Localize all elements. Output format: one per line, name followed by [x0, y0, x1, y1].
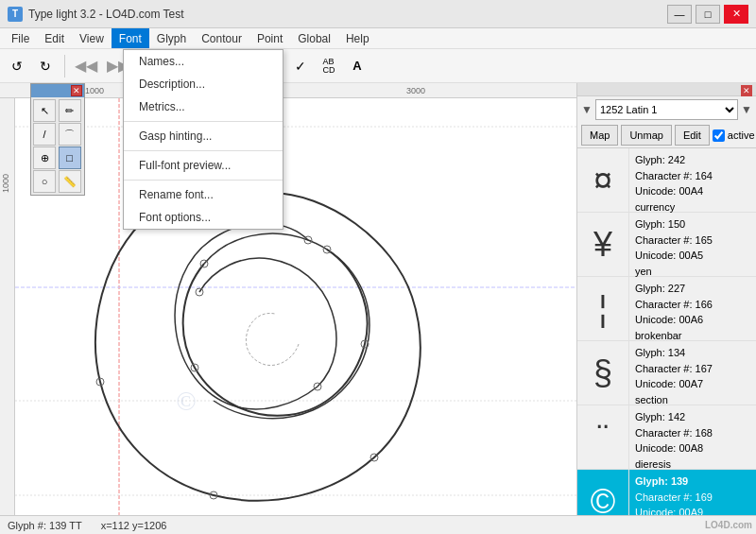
glyph-character: Character #: 165: [635, 233, 750, 249]
dropdown-arrow-right: ▼: [741, 103, 752, 116]
font-menu-metrics[interactable]: Metrics...: [124, 95, 283, 118]
floating-toolbox: ✕ ↖ ✏ / ⌒ ⊕ □ ○ 📏: [30, 83, 85, 196]
unmap-button[interactable]: Unmap: [621, 125, 671, 146]
panel-select-row: ▼ 1252 Latin 1 ▼: [577, 96, 756, 123]
coords-status: x=112 y=1206: [101, 520, 167, 531]
font-menu-options[interactable]: Font options...: [124, 206, 283, 229]
glyph-list-item[interactable]: ¥ Glyph: 150 Character #: 165 Unicode: 0…: [577, 213, 756, 277]
menu-glyph[interactable]: Glyph: [149, 28, 194, 48]
glyph-number: Glyph: 227: [635, 281, 750, 297]
glyph-character: Character #: 168: [635, 425, 750, 441]
glyph-unicode: Unicode: 00A6: [635, 312, 750, 328]
ruler-tick-3000: 3000: [406, 86, 425, 95]
panel-actions: Map Unmap Edit active: [577, 123, 756, 147]
window-controls[interactable]: — □ ✕: [667, 5, 748, 24]
watermark: LO4D.com: [705, 520, 752, 530]
glyph-character: Character #: 164: [635, 168, 750, 184]
ruler-tick-1000: 1000: [85, 86, 104, 95]
font-menu-preview[interactable]: Full-font preview...: [124, 154, 283, 177]
ruler-vertical: 1000: [0, 98, 15, 515]
floating-toolbox-title: ✕: [31, 84, 84, 97]
redo-button[interactable]: ↻: [32, 53, 59, 79]
map-button[interactable]: Map: [581, 125, 618, 146]
glyph-list-item[interactable]: § Glyph: 134 Character #: 167 Unicode: 0…: [577, 341, 756, 405]
pen-tool[interactable]: ✏: [59, 99, 81, 122]
dropdown-arrow-left: ▼: [581, 103, 593, 116]
right-panel-close[interactable]: ✕: [741, 85, 752, 96]
glyph-number: Glyph: 242: [635, 152, 750, 168]
minimize-button[interactable]: —: [667, 5, 692, 24]
menu-bar: File Edit View Font Glyph Contour Point …: [0, 28, 756, 49]
glyph-list-item[interactable]: ¨ Glyph: 142 Character #: 168 Unicode: 0…: [577, 405, 756, 470]
glyph-character: Character #: 169: [635, 490, 750, 506]
glyph-list-item[interactable]: ¤ Glyph: 242 Character #: 164 Unicode: 0…: [577, 148, 756, 213]
glyph-symbol: ¤: [577, 148, 629, 212]
glyph-symbol: ¦: [577, 277, 629, 340]
canvas-watermark: ©: [176, 387, 196, 416]
font-menu-gasp[interactable]: Gasp hinting...: [124, 125, 283, 147]
glyph-symbol: ¥: [577, 213, 629, 276]
menu-view[interactable]: View: [72, 28, 112, 48]
edit-button[interactable]: Edit: [675, 125, 710, 146]
active-checkbox-container: active: [713, 129, 755, 142]
curve-tool[interactable]: ⌒: [59, 123, 81, 146]
font-menu-sep-2: [124, 150, 283, 151]
font-menu-sep-3: [124, 180, 283, 181]
glyph-character: Character #: 166: [635, 297, 750, 313]
nav-prev-button[interactable]: ◀◀: [71, 55, 101, 77]
font-menu-description[interactable]: Description...: [124, 73, 283, 95]
glyph-list-item[interactable]: ¦ Glyph: 227 Character #: 166 Unicode: 0…: [577, 277, 756, 341]
add-point-tool[interactable]: ⊕: [33, 146, 56, 169]
glyph-unicode: Unicode: 00A9: [635, 505, 750, 515]
font-dropdown-menu: Names... Description... Metrics... Gasp …: [123, 49, 284, 230]
active-label: active: [728, 129, 755, 141]
line-tool[interactable]: /: [33, 123, 56, 146]
close-button[interactable]: ✕: [724, 5, 748, 24]
validate-button[interactable]: ✓: [287, 53, 314, 79]
menu-contour[interactable]: Contour: [194, 28, 249, 48]
active-checkbox[interactable]: [713, 129, 725, 142]
glyph-symbol: ©: [577, 470, 629, 515]
charset-dropdown[interactable]: 1252 Latin 1: [595, 99, 738, 120]
arrow-tool[interactable]: ↖: [33, 99, 56, 122]
window-title: Type light 3.2 - LO4D.com Test: [28, 8, 184, 21]
glyph-list-item[interactable]: © Glyph: 139 Character #: 169 Unicode: 0…: [577, 470, 756, 515]
maximize-button[interactable]: □: [696, 5, 720, 24]
canvas-area: 1000 2000 3000 1000: [0, 83, 576, 515]
toolbar: ↺ ↻ ◀◀ ▶▶ A 🔍 🔍- A ℹ ✓ ABCD A: [0, 49, 756, 83]
font-menu-sep-1: [124, 121, 283, 122]
charset-button[interactable]: ABCD: [316, 53, 342, 79]
metrics-button[interactable]: A: [344, 53, 370, 79]
glyph-number: Glyph: 139: [635, 474, 750, 490]
menu-file[interactable]: File: [4, 28, 37, 48]
floating-toolbox-close[interactable]: ✕: [71, 85, 82, 96]
font-menu-rename[interactable]: Rename font...: [124, 183, 283, 206]
glyph-list[interactable]: ¤ Glyph: 242 Character #: 164 Unicode: 0…: [577, 147, 756, 515]
main-area: ✕ ↖ ✏ / ⌒ ⊕ □ ○ 📏 1000 2000 3000 1000: [0, 83, 756, 515]
toolbar-separator: [64, 55, 65, 78]
menu-point[interactable]: Point: [249, 28, 290, 48]
glyph-canvas-svg: ©: [15, 98, 576, 515]
glyph-unicode: Unicode: 00A8: [635, 440, 750, 456]
undo-button[interactable]: ↺: [4, 53, 30, 79]
glyph-number: Glyph: 134: [635, 345, 750, 361]
right-panel-header: ✕: [577, 83, 756, 96]
canvas-content[interactable]: ©: [15, 98, 576, 515]
menu-help[interactable]: Help: [338, 28, 377, 48]
glyph-unicode: Unicode: 00A5: [635, 248, 750, 264]
menu-edit[interactable]: Edit: [37, 28, 72, 48]
ellipse-tool[interactable]: ○: [33, 170, 56, 193]
rect-tool[interactable]: □: [59, 146, 81, 169]
glyph-symbol: ¨: [577, 405, 629, 469]
font-menu-names[interactable]: Names...: [124, 50, 283, 73]
measure-tool[interactable]: 📏: [59, 170, 81, 193]
app-icon: T: [8, 7, 23, 22]
right-panel: ✕ ▼ 1252 Latin 1 ▼ Map Unmap Edit active…: [576, 83, 756, 515]
menu-font[interactable]: Font: [112, 28, 149, 48]
glyph-number: Glyph: 150: [635, 216, 750, 233]
glyph-unicode: Unicode: 00A4: [635, 183, 750, 199]
status-bar: Glyph #: 139 TT x=112 y=1206: [0, 515, 756, 534]
ruler-tick-v-1000: 1000: [1, 174, 10, 193]
menu-global[interactable]: Global: [290, 28, 338, 48]
glyph-character: Character #: 167: [635, 361, 750, 377]
